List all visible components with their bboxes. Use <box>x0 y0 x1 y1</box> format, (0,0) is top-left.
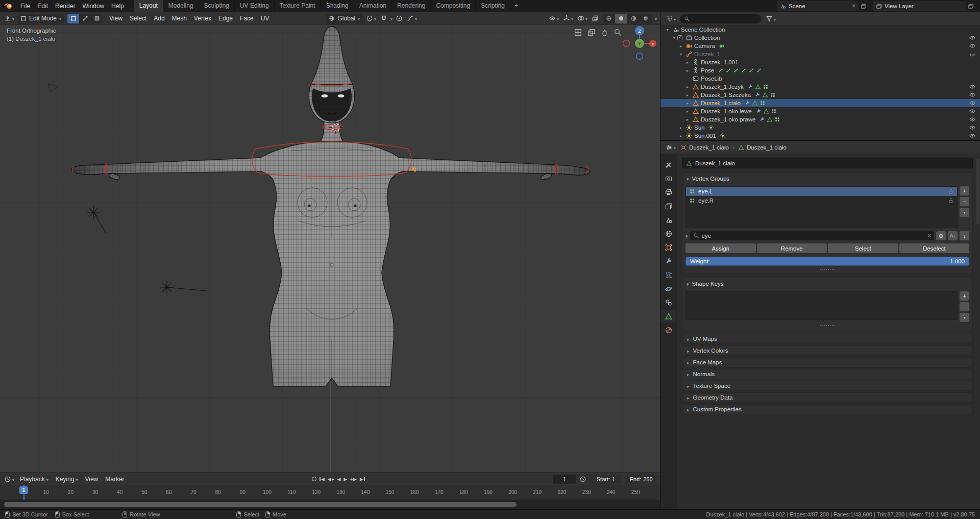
properties-tab[interactable] <box>661 186 676 199</box>
workspace-tab[interactable]: Sculpting <box>199 0 234 12</box>
collapsed-panel-header[interactable]: Texture Space <box>682 381 973 391</box>
properties-tab[interactable] <box>661 324 676 336</box>
disclosure-triangle-icon[interactable]: ▸ <box>684 93 691 97</box>
timeline-menu[interactable]: Playback <box>16 476 52 483</box>
vgroup-icon[interactable] <box>774 116 780 122</box>
object-name-label[interactable]: Camera <box>694 43 715 49</box>
camera-data-icon[interactable] <box>719 43 725 49</box>
outliner-filter-button[interactable] <box>765 15 777 22</box>
gizmo-negative-x[interactable] <box>623 40 630 47</box>
object-name-label[interactable]: Sun.001 <box>694 133 716 139</box>
disclosure-triangle-icon[interactable]: ▸ <box>678 126 684 130</box>
visibility-eye-icon[interactable] <box>969 34 976 41</box>
vertex-group-action-button[interactable]: Remove <box>757 243 827 253</box>
bone-icon[interactable] <box>733 67 739 73</box>
current-frame-field[interactable]: 1 <box>553 475 576 484</box>
scene-render[interactable]: Z X Y <box>0 25 660 472</box>
properties-tab[interactable] <box>661 241 676 254</box>
proportional-edit-toggle[interactable] <box>395 15 404 22</box>
properties-tab[interactable] <box>661 200 676 212</box>
editor-type-button[interactable] <box>3 15 15 22</box>
properties-tab[interactable] <box>661 310 676 323</box>
mesh-data-icon[interactable] <box>763 108 769 114</box>
object-name-label[interactable]: Scene Collection <box>681 27 725 33</box>
add-vertex-group-button[interactable] <box>960 186 969 195</box>
panel-resize-grip[interactable] <box>820 325 835 326</box>
snap-options-caret[interactable] <box>390 15 393 22</box>
disclosure-triangle-icon[interactable]: ▾ <box>665 28 671 32</box>
viewport-menu[interactable]: Edge <box>215 15 236 22</box>
outliner-row[interactable]: ▸ Sun.001 <box>660 132 980 140</box>
collection-checkbox[interactable] <box>677 35 682 40</box>
disclosure-triangle-icon[interactable]: ▸ <box>684 117 691 122</box>
frame-end-field[interactable]: End:250 <box>625 475 657 484</box>
frame-start-field[interactable]: Start:1 <box>590 475 622 484</box>
modifier-icon[interactable] <box>747 84 753 90</box>
shape-keys-list[interactable] <box>685 291 958 320</box>
viewport-menu[interactable]: Face <box>236 15 257 22</box>
xray-toggle[interactable] <box>591 15 600 22</box>
modifier-icon[interactable] <box>755 108 762 114</box>
workspace-tab[interactable]: Layout <box>134 0 163 12</box>
workspace-tab[interactable]: Modeling <box>163 0 199 12</box>
collapsed-panel-header[interactable]: Face Maps <box>682 357 973 367</box>
workspace-tab[interactable]: Shading <box>321 0 354 12</box>
outliner-row[interactable]: ▸ Duszek_1.001 <box>660 58 980 66</box>
bone-icon[interactable] <box>756 67 762 73</box>
vertex-group-specials-button[interactable] <box>960 208 969 217</box>
object-name-label[interactable]: Duszek_1 ciało <box>701 100 741 106</box>
workspace-tab[interactable]: Compositing <box>430 0 475 12</box>
preview-range-clock-icon[interactable] <box>579 476 586 483</box>
disclosure-triangle-icon[interactable]: ▸ <box>678 44 684 48</box>
outliner-row[interactable]: ▾ Scene Collection <box>660 26 980 34</box>
disclosure-triangle-icon[interactable]: ▸ <box>684 85 691 89</box>
topbar-menu[interactable]: Window <box>79 3 108 10</box>
snap-toggle[interactable] <box>379 15 388 22</box>
disclosure-triangle-icon[interactable]: ▸ <box>684 109 691 114</box>
transform-orientation-selector[interactable]: Global <box>326 14 363 23</box>
object-name-label[interactable]: Pose <box>701 67 714 73</box>
topbar-menu[interactable]: Help <box>108 3 128 10</box>
outliner-row[interactable]: PoseLib <box>660 75 980 83</box>
show-hide-dropdown[interactable] <box>548 15 560 22</box>
shape-keys-panel-header[interactable]: Shape Keys <box>682 278 972 289</box>
outliner-row[interactable]: ▸ Pose <box>660 66 980 75</box>
viewport-menu[interactable]: UV <box>257 15 273 22</box>
vertex-select-button[interactable] <box>67 14 79 23</box>
visibility-eye-icon[interactable] <box>969 42 976 50</box>
viewport-menu[interactable]: Mesh <box>168 15 190 22</box>
panel-resize-grip[interactable] <box>820 269 835 270</box>
playhead-frame-badge[interactable]: 1 <box>19 486 28 494</box>
workspace-tab[interactable]: Animation <box>354 0 391 12</box>
shading-options-caret[interactable] <box>655 15 657 22</box>
auto-keying-toggle[interactable] <box>312 475 316 483</box>
timeline-scrubber[interactable]: 1020304050607080901001101201301401501601… <box>0 485 660 500</box>
topbar-menu[interactable]: File <box>17 3 34 10</box>
disclosure-triangle-icon[interactable]: ▸ <box>678 134 684 138</box>
vertex-group-row[interactable]: eye.L <box>686 187 957 196</box>
collapsed-panel-header[interactable]: Geometry Data <box>682 392 973 403</box>
light-data-icon[interactable] <box>720 133 726 139</box>
move-view-hand-icon[interactable] <box>600 28 609 37</box>
timeline-scrollbar[interactable] <box>0 500 660 509</box>
outliner-row[interactable]: ▸ Sun <box>660 123 980 132</box>
filter-expand-icon[interactable] <box>685 232 688 239</box>
viewport-menu[interactable]: View <box>106 15 126 22</box>
vgroup-icon[interactable] <box>771 108 777 114</box>
workspace-tab[interactable]: UV Editing <box>234 0 274 12</box>
outliner-search-input[interactable] <box>680 14 762 23</box>
bone-icon[interactable] <box>748 67 754 73</box>
vgroup-icon[interactable] <box>763 84 769 90</box>
remove-vertex-group-button[interactable] <box>960 197 969 206</box>
bone-icon[interactable] <box>741 67 747 73</box>
remove-shape-key-button[interactable] <box>960 302 969 311</box>
object-name-label[interactable]: Duszek_1 Szczeka <box>701 92 751 98</box>
outliner-row[interactable]: ▸ Duszek_1 Szczeka <box>660 91 980 99</box>
object-name-label[interactable]: Duszek_1 <box>694 51 720 57</box>
visibility-eye-icon[interactable] <box>969 108 976 115</box>
modifier-icon[interactable] <box>759 116 765 122</box>
collapsed-panel-header[interactable]: Vertex Colors <box>682 345 973 356</box>
viewport-canvas[interactable]: Z X Y Front Orthographic (1) Duszek_1 ci… <box>0 25 660 472</box>
object-name-label[interactable]: Duszek_1 oko lewe <box>701 108 752 114</box>
outliner-row[interactable]: ▸ Duszek_1 Jezyk <box>660 83 980 91</box>
